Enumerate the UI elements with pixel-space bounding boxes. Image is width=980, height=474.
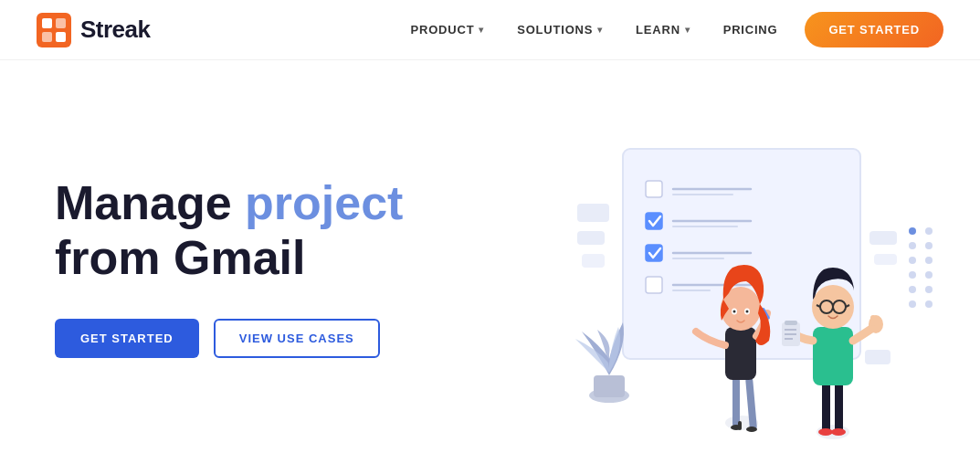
svg-rect-3 (42, 32, 52, 42)
nav-links: PRODUCT ▾ SOLUTIONS ▾ LEARN ▾ PRICING (411, 23, 778, 37)
hero-illustration (448, 60, 943, 474)
nav-solutions[interactable]: SOLUTIONS ▾ (517, 23, 603, 37)
navigation: Streak PRODUCT ▾ SOLUTIONS ▾ LEARN ▾ PRI… (0, 0, 980, 60)
chevron-down-icon: ▾ (685, 25, 690, 35)
nav-get-started-button[interactable]: GET STARTED (805, 12, 943, 47)
svg-rect-15 (646, 277, 662, 293)
dot-indicator (925, 300, 933, 308)
svg-rect-40 (822, 382, 830, 432)
svg-rect-30 (738, 421, 742, 430)
svg-rect-6 (646, 181, 662, 197)
svg-rect-4 (56, 32, 66, 42)
svg-rect-9 (646, 213, 662, 229)
dot-indicator (925, 271, 933, 279)
svg-rect-27 (732, 377, 740, 427)
svg-rect-25 (594, 375, 625, 397)
dot-indicator (925, 242, 933, 249)
logo[interactable]: Streak (37, 13, 151, 47)
svg-rect-19 (577, 231, 605, 245)
logo-text: Streak (80, 16, 151, 44)
svg-rect-12 (646, 245, 662, 261)
svg-point-31 (746, 427, 757, 432)
hero-section: Manage project from Gmail GET STARTED VI… (0, 60, 980, 474)
nav-pricing[interactable]: PRICING (723, 23, 778, 37)
hero-view-use-cases-button[interactable]: VIEW USE CASES (214, 319, 380, 358)
svg-rect-20 (582, 254, 605, 268)
svg-rect-0 (37, 13, 71, 47)
dot-pattern (909, 227, 934, 308)
nav-learn[interactable]: LEARN ▾ (636, 23, 690, 37)
svg-point-38 (745, 310, 748, 312)
dot-indicator (909, 286, 916, 293)
svg-rect-22 (874, 254, 897, 265)
hero-left-content: Manage project from Gmail GET STARTED VI… (55, 176, 448, 358)
dot-indicator (925, 286, 933, 293)
svg-rect-21 (869, 231, 897, 245)
dot-indicator (909, 227, 916, 235)
svg-rect-44 (813, 327, 853, 385)
svg-point-42 (818, 428, 833, 436)
dot-indicator (909, 257, 916, 264)
svg-point-37 (732, 310, 735, 312)
hero-get-started-button[interactable]: GET STARTED (55, 319, 199, 358)
streak-logo-icon (37, 13, 71, 47)
hero-image (477, 94, 915, 441)
hero-heading: Manage project from Gmail (55, 176, 448, 286)
svg-rect-32 (725, 327, 756, 380)
hero-buttons: GET STARTED VIEW USE CASES (55, 319, 448, 358)
dot-indicator (909, 271, 916, 279)
nav-product[interactable]: PRODUCT ▾ (411, 23, 485, 37)
svg-rect-18 (577, 204, 609, 222)
svg-rect-51 (870, 315, 876, 326)
svg-rect-23 (865, 350, 890, 364)
chevron-down-icon: ▾ (597, 25, 603, 35)
svg-point-43 (831, 428, 846, 436)
dot-indicator (909, 242, 916, 249)
svg-rect-2 (56, 18, 66, 28)
svg-rect-41 (835, 382, 843, 432)
dot-indicator (925, 227, 933, 235)
dot-indicator (909, 300, 916, 308)
dot-indicator (925, 257, 933, 264)
svg-rect-1 (42, 18, 52, 28)
chevron-down-icon: ▾ (479, 25, 484, 35)
svg-rect-46 (785, 321, 797, 325)
